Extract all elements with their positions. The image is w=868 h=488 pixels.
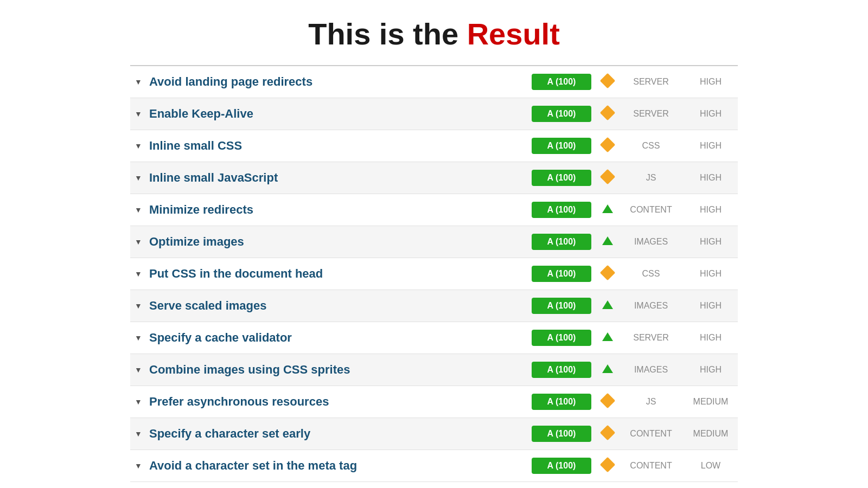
score-badge: A (100) <box>532 266 591 282</box>
category-label: CSS <box>618 269 684 279</box>
category-label: JS <box>618 397 684 407</box>
arrow-up-icon <box>602 364 613 373</box>
score-badge: A (100) <box>532 202 591 218</box>
priority-label: HIGH <box>684 333 738 343</box>
row-title: Serve scaled images <box>146 299 532 313</box>
chevron-down-icon[interactable]: ▼ <box>130 365 146 374</box>
chevron-down-icon[interactable]: ▼ <box>130 110 146 118</box>
chevron-down-icon[interactable]: ▼ <box>130 333 146 342</box>
row-title: Enable Keep-Alive <box>146 107 532 121</box>
priority-label: HIGH <box>684 109 738 119</box>
priority-label: MEDIUM <box>684 429 738 439</box>
priority-label: HIGH <box>684 205 738 215</box>
diamond-icon <box>600 265 615 280</box>
category-label: IMAGES <box>618 301 684 311</box>
row-title: Specify a cache validator <box>146 331 532 345</box>
category-label: JS <box>618 173 684 183</box>
priority-label: HIGH <box>684 269 738 279</box>
score-badge: A (100) <box>532 394 591 410</box>
chevron-down-icon[interactable]: ▼ <box>130 142 146 150</box>
row-title: Avoid landing page redirects <box>146 75 532 89</box>
row-title: Specify a character set early <box>146 427 532 441</box>
chevron-down-icon[interactable]: ▼ <box>130 174 146 182</box>
chevron-down-icon[interactable]: ▼ <box>130 269 146 278</box>
priority-label: HIGH <box>684 365 738 375</box>
table-row[interactable]: ▼Specify a character set earlyA (100)CON… <box>130 418 738 450</box>
priority-label: HIGH <box>684 141 738 151</box>
priority-label: HIGH <box>684 237 738 247</box>
chevron-down-icon[interactable]: ▼ <box>130 301 146 310</box>
category-label: SERVER <box>618 109 684 119</box>
chevron-down-icon[interactable]: ▼ <box>130 78 146 86</box>
diamond-icon <box>600 393 615 408</box>
table-row[interactable]: ▼Enable Keep-AliveA (100)SERVERHIGH <box>130 98 738 130</box>
row-title: Avoid a character set in the meta tag <box>146 459 532 473</box>
row-title: Put CSS in the document head <box>146 267 532 281</box>
table-row[interactable]: ▼Inline small CSSA (100)CSSHIGH <box>130 130 738 162</box>
priority-label: HIGH <box>684 77 738 87</box>
table-row[interactable]: ▼Avoid landing page redirectsA (100)SERV… <box>130 66 738 98</box>
category-label: CONTENT <box>618 461 684 471</box>
arrow-up-icon <box>602 204 613 213</box>
arrow-up-icon <box>602 300 613 309</box>
score-badge: A (100) <box>532 362 591 378</box>
table-row[interactable]: ▼Minimize redirectsA (100)CONTENTHIGH <box>130 194 738 226</box>
table-row[interactable]: ▼Optimize imagesA (100)IMAGESHIGH <box>130 226 738 258</box>
category-label: IMAGES <box>618 237 684 247</box>
score-badge: A (100) <box>532 426 591 442</box>
row-title: Prefer asynchronous resources <box>146 395 532 409</box>
table-row[interactable]: ▼Serve scaled imagesA (100)IMAGESHIGH <box>130 290 738 322</box>
page-title: This is the Result <box>0 0 868 65</box>
score-badge: A (100) <box>532 170 591 186</box>
chevron-down-icon[interactable]: ▼ <box>130 397 146 406</box>
score-badge: A (100) <box>532 234 591 250</box>
chevron-down-icon[interactable]: ▼ <box>130 206 146 214</box>
score-badge: A (100) <box>532 298 591 314</box>
table-row[interactable]: ▼Prefer asynchronous resourcesA (100)JSM… <box>130 386 738 418</box>
chevron-down-icon[interactable]: ▼ <box>130 237 146 246</box>
category-label: CONTENT <box>618 205 684 215</box>
table-row[interactable]: ▼Avoid a character set in the meta tagA … <box>130 450 738 482</box>
priority-label: HIGH <box>684 301 738 311</box>
score-badge: A (100) <box>532 74 591 90</box>
arrow-up-icon <box>602 236 613 245</box>
row-title: Inline small CSS <box>146 139 532 153</box>
table-row[interactable]: ▼Specify a cache validatorA (100)SERVERH… <box>130 322 738 354</box>
table-row[interactable]: ▼Put CSS in the document headA (100)CSSH… <box>130 258 738 290</box>
row-title: Optimize images <box>146 235 532 249</box>
score-badge: A (100) <box>532 458 591 474</box>
category-label: CSS <box>618 141 684 151</box>
results-table: ▼Avoid landing page redirectsA (100)SERV… <box>130 65 738 482</box>
diamond-icon <box>600 137 615 152</box>
category-label: SERVER <box>618 333 684 343</box>
diamond-icon <box>600 457 615 472</box>
arrow-up-icon <box>602 332 613 341</box>
priority-label: LOW <box>684 461 738 471</box>
diamond-icon <box>600 73 615 88</box>
category-label: CONTENT <box>618 429 684 439</box>
category-label: SERVER <box>618 77 684 87</box>
chevron-down-icon[interactable]: ▼ <box>130 429 146 438</box>
score-badge: A (100) <box>532 138 591 154</box>
diamond-icon <box>600 169 615 184</box>
category-label: IMAGES <box>618 365 684 375</box>
priority-label: MEDIUM <box>684 397 738 407</box>
row-title: Combine images using CSS sprites <box>146 363 532 377</box>
row-title: Minimize redirects <box>146 203 532 217</box>
chevron-down-icon[interactable]: ▼ <box>130 461 146 470</box>
diamond-icon <box>600 105 615 120</box>
priority-label: HIGH <box>684 173 738 183</box>
diamond-icon <box>600 425 615 440</box>
score-badge: A (100) <box>532 330 591 346</box>
table-row[interactable]: ▼Inline small JavaScriptA (100)JSHIGH <box>130 162 738 194</box>
table-row[interactable]: ▼Combine images using CSS spritesA (100)… <box>130 354 738 386</box>
row-title: Inline small JavaScript <box>146 171 532 185</box>
score-badge: A (100) <box>532 106 591 122</box>
